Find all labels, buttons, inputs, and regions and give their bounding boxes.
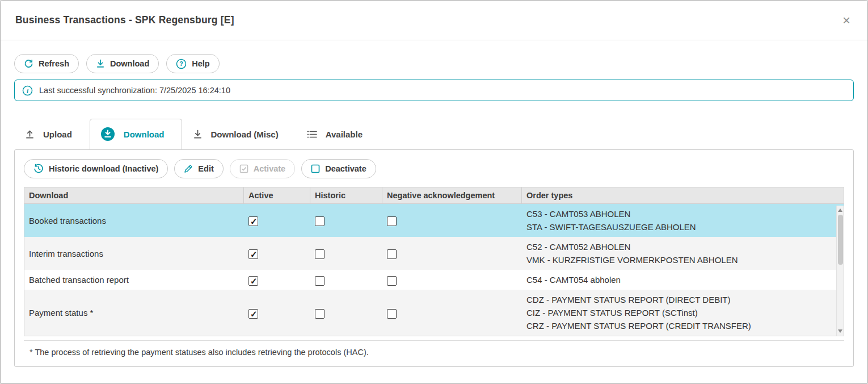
download-label: Download [110,59,149,68]
order-types-cell: C53 - CAMT053 ABHOLENSTA - SWIFT-TAGESAU… [522,204,844,237]
active-cell [244,211,310,231]
download-circle-icon [100,127,115,141]
table-row[interactable]: Booked transactionsC53 - CAMT053 ABHOLEN… [24,204,844,237]
historic-cell [310,270,382,290]
help-icon: ? [176,59,187,69]
list-icon [307,130,317,139]
table-header: Download Active Historic Negative acknow… [24,187,844,204]
active-cell [244,270,310,290]
activate-button[interactable]: Activate [230,159,295,178]
negative-ack-checkbox[interactable] [387,309,397,319]
historic-checkbox[interactable] [315,309,325,319]
historic-cell [310,211,382,231]
sync-info-text: Last successful synchronization: 7/25/20… [39,86,230,95]
refresh-icon [24,59,33,69]
download-name-cell: Payment status * [24,303,244,323]
historic-download-label: Historic download (Inactive) [49,164,158,173]
negative-ack-checkbox[interactable] [387,276,397,286]
action-button-row: Historic download (Inactive) Edit [24,159,844,178]
download-button[interactable]: Download [86,54,159,73]
download-name-cell: Interim transactions [24,244,244,264]
activate-label: Activate [254,164,285,173]
historic-cell [310,303,382,323]
column-header-order-types: Order types [522,187,844,203]
window-title: Business Transactions - SPK Regensburg [… [15,14,234,26]
negative-ack-checkbox[interactable] [387,216,397,226]
order-type-line: STA - SWIFT-TAGESAUSZUEGE ABHOLEN [526,220,839,233]
dialog-content: Refresh Download ? Help [1,40,867,383]
help-button[interactable]: ? Help [166,54,219,73]
edit-button[interactable]: Edit [174,159,223,178]
order-types-cell: CDZ - PAYMENT STATUS REPORT (DIRECT DEBI… [522,290,844,336]
negative-ack-checkbox[interactable] [387,249,397,259]
download-icon [193,130,203,139]
tab-label: Download [124,130,165,139]
checkbox-checked-icon [239,164,248,173]
column-header-historic: Historic [310,187,382,203]
pencil-icon [184,164,193,173]
tab-label: Download (Misc) [211,130,279,139]
checkbox-empty-icon [311,164,320,173]
order-type-line: CRZ - PAYMENT STATUS REPORT (CREDIT TRAN… [526,319,839,332]
sync-info-banner: i Last successful synchronization: 7/25/… [14,80,854,101]
table-row[interactable]: Batched transaction reportC54 - CAMT054 … [24,270,844,290]
active-cell [244,303,310,323]
table-row[interactable]: Interim transactionsC52 - CAMT052 ABHOLE… [24,237,844,270]
historic-checkbox[interactable] [315,249,325,259]
download-name-cell: Booked transactions [24,211,244,231]
active-cell [244,244,310,264]
tab-bar: Upload Download [14,119,854,149]
negative-ack-cell [382,270,522,290]
active-checkbox[interactable] [248,216,258,226]
tab-download[interactable]: Download [90,119,182,149]
tab-upload[interactable]: Upload [14,119,90,149]
download-tab-panel: Historic download (Inactive) Edit [14,149,854,367]
order-type-line: CDZ - PAYMENT STATUS REPORT (DIRECT DEBI… [526,293,839,306]
toolbar: Refresh Download ? Help [14,54,854,73]
column-header-active: Active [244,187,310,203]
tab-label: Available [326,130,363,139]
refresh-label: Refresh [39,59,69,68]
order-type-line: C54 - CAMT054 abholen [526,273,839,286]
active-checkbox[interactable] [248,249,258,259]
historic-checkbox[interactable] [315,216,325,226]
active-checkbox[interactable] [248,276,258,286]
tab-available[interactable]: Available [296,119,380,149]
order-type-line: C53 - CAMT053 ABHOLEN [526,207,839,220]
tab-label: Upload [43,130,72,139]
footnote: * The process of retrieving the payment … [24,340,844,366]
close-icon[interactable]: × [840,12,853,28]
download-name-cell: Batched transaction report [24,270,244,290]
table-row[interactable]: Payment status *CDZ - PAYMENT STATUS REP… [24,290,844,336]
svg-text:?: ? [180,60,183,67]
historic-cell [310,244,382,264]
order-types-cell: C52 - CAMT052 ABHOLENVMK - KURZFRISTIGE … [522,237,844,270]
refresh-button[interactable]: Refresh [14,54,79,73]
active-checkbox[interactable] [248,309,258,319]
tab-download-misc[interactable]: Download (Misc) [182,119,296,149]
column-header-negative-ack: Negative acknowledgement [382,187,522,203]
scroll-up-icon[interactable] [838,208,842,212]
download-icon [96,59,105,68]
deactivate-label: Deactivate [325,164,366,173]
historic-download-button[interactable]: Historic download (Inactive) [24,159,168,178]
scrollbar-thumb[interactable] [838,215,843,265]
help-label: Help [192,59,209,68]
order-types-cell: C54 - CAMT054 abholen [522,270,844,290]
deactivate-button[interactable]: Deactivate [301,159,376,178]
order-type-line: CIZ - PAYMENT STATUS REPORT (SCTinst) [526,306,839,319]
scroll-down-icon[interactable] [838,329,842,333]
negative-ack-cell [382,303,522,323]
negative-ack-cell [382,211,522,231]
titlebar: Business Transactions - SPK Regensburg [… [1,1,867,40]
dialog-window: Business Transactions - SPK Regensburg [… [0,0,868,384]
history-clock-icon [33,164,44,174]
table-body: Booked transactionsC53 - CAMT053 ABHOLEN… [24,204,844,336]
order-type-line: VMK - KURZFRISTIGE VORMERKPOSTEN ABHOLEN [526,253,839,266]
downloads-table: Download Active Historic Negative acknow… [24,187,844,336]
upload-icon [25,130,35,139]
historic-checkbox[interactable] [315,276,325,286]
negative-ack-cell [382,244,522,264]
vertical-scrollbar[interactable] [836,206,844,336]
edit-label: Edit [198,164,213,173]
